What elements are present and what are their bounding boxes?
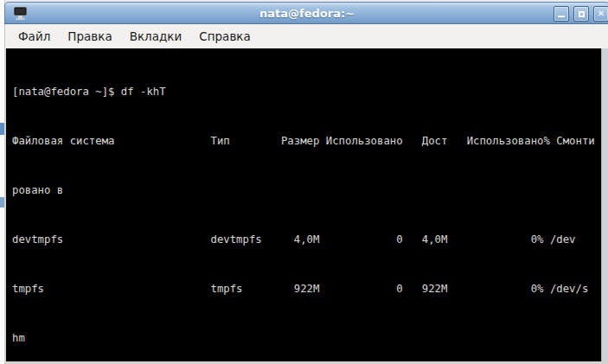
window-title-bar[interactable]: nata@fedora:~ ✕ bbox=[4, 2, 608, 24]
terminal-line-header: Файловая система Тип Размер Использовано… bbox=[12, 133, 601, 150]
menu-help[interactable]: Справка bbox=[190, 25, 259, 48]
menu-tabs[interactable]: Вкладки bbox=[121, 25, 191, 48]
terminal-line-command: [nata@fedora ~]$ df -khT bbox=[12, 84, 601, 100]
maximize-icon bbox=[579, 11, 585, 17]
terminal-output[interactable]: [nata@fedora ~]$ df -khT Файловая систем… bbox=[6, 48, 601, 361]
terminal-scrollbar[interactable] bbox=[601, 48, 608, 361]
close-button[interactable]: ✕ bbox=[593, 6, 608, 22]
window-controls: ✕ bbox=[554, 6, 608, 22]
close-icon: ✕ bbox=[598, 10, 605, 18]
terminal-line-header-wrap: ровано в bbox=[12, 182, 601, 199]
terminal-window: nata@fedora:~ ✕ Файл Правка Вкладки Спра… bbox=[4, 2, 608, 364]
window-title: nata@fedora:~ bbox=[5, 7, 608, 20]
menu-edit[interactable]: Правка bbox=[59, 25, 120, 48]
minimize-icon bbox=[558, 16, 565, 17]
terminal-line: devtmpfs devtmpfs 4,0M 0 4,0M 0% /dev bbox=[12, 232, 601, 248]
minimize-button[interactable] bbox=[554, 6, 569, 22]
menu-bar: Файл Правка Вкладки Справка bbox=[4, 24, 608, 48]
maximize-button[interactable] bbox=[573, 6, 589, 22]
terminal-area: [nata@fedora ~]$ df -khT Файловая систем… bbox=[4, 48, 608, 364]
terminal-line: tmpfs tmpfs 922M 0 922M 0% /dev/s bbox=[12, 281, 601, 297]
menu-file[interactable]: Файл bbox=[10, 25, 59, 48]
terminal-line-wrap: hm bbox=[12, 330, 601, 347]
